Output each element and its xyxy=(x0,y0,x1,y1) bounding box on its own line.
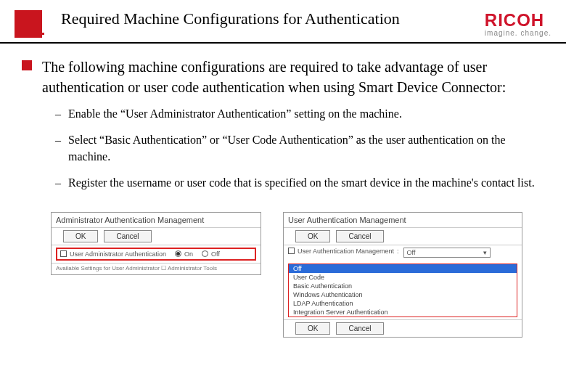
dash-icon: – xyxy=(55,106,61,122)
list-item: – Select “Basic Authentication” or “User… xyxy=(55,132,544,165)
screenshot-examples: Administrator Authentication Management … xyxy=(0,209,566,345)
dropdown-option[interactable]: LDAP Authentication xyxy=(289,299,517,308)
auth-select[interactable]: Off ▾ xyxy=(403,248,491,258)
setting-label-text: User Administrator Authentication xyxy=(70,250,166,258)
panel-footer-text: Available Settings for User Administrato… xyxy=(52,263,261,274)
page-title: Required Machine Configurations for Auth… xyxy=(61,7,477,29)
highlighted-setting: User Administrator Authentication On Off xyxy=(56,248,256,261)
main-bullet: The following machine configurations are… xyxy=(22,57,544,97)
radio-icon xyxy=(175,250,181,257)
slide-header: Required Machine Configurations for Auth… xyxy=(0,0,566,44)
list-item-text: Select “Basic Authentication” or “User C… xyxy=(68,132,544,165)
panel-button-row: OK Cancel xyxy=(52,227,261,245)
list-item-text: Register the username or user code that … xyxy=(68,175,535,191)
radio-icon xyxy=(202,250,208,257)
square-bullet-icon xyxy=(22,60,32,70)
chevron-down-icon: ▾ xyxy=(483,249,487,256)
setting-label: User Administrator Authentication xyxy=(60,250,166,258)
cancel-button[interactable]: Cancel xyxy=(336,230,383,242)
dropdown-option[interactable]: Windows Authentication xyxy=(289,290,517,299)
select-value: Off xyxy=(407,249,416,256)
user-auth-panel: User Authentication Management OK Cancel… xyxy=(283,212,522,338)
setting-label-text: User Authentication Management xyxy=(298,248,394,255)
radio-off-label: Off xyxy=(211,250,220,258)
radio-on-label: On xyxy=(184,250,193,258)
panel-setting-row: User Authentication Management : Off ▾ O… xyxy=(284,245,522,319)
checkbox-icon[interactable] xyxy=(288,248,295,254)
brand-logo: RICOH imagine. change. xyxy=(477,7,551,37)
radio-off[interactable]: Off xyxy=(202,250,220,258)
brand-square-icon xyxy=(15,10,42,38)
setting-label: User Authentication Management : xyxy=(288,248,399,255)
panel-title: User Authentication Management xyxy=(284,213,522,227)
list-item-text: Enable the “User Administrator Authentic… xyxy=(68,106,402,122)
ok-button[interactable]: OK xyxy=(295,322,330,335)
ok-button[interactable]: OK xyxy=(295,230,330,242)
main-text: The following machine configurations are… xyxy=(42,57,544,97)
slide-content: The following machine configurations are… xyxy=(0,44,566,209)
list-item: – Enable the “User Administrator Authent… xyxy=(55,106,544,122)
checkbox-icon[interactable] xyxy=(60,250,67,257)
admin-auth-panel: Administrator Authentication Management … xyxy=(51,212,261,275)
brand-tagline: imagine. change. xyxy=(485,29,551,37)
dash-icon: – xyxy=(55,132,61,148)
radio-on[interactable]: On xyxy=(175,250,193,258)
cancel-button[interactable]: Cancel xyxy=(104,230,151,242)
ok-button[interactable]: OK xyxy=(63,230,98,242)
panel-button-row: OK Cancel xyxy=(284,227,522,245)
sub-list: – Enable the “User Administrator Authent… xyxy=(22,106,544,192)
dropdown-option[interactable]: Off xyxy=(289,264,517,273)
dropdown-option[interactable]: Integration Server Authentication xyxy=(289,308,517,317)
panel-button-row: OK Cancel xyxy=(284,319,522,337)
panel-setting-row: User Administrator Authentication On Off xyxy=(52,245,261,263)
panel-title: Administrator Authentication Management xyxy=(52,213,261,227)
brand-name: RICOH xyxy=(485,10,551,30)
list-item: – Register the username or user code tha… xyxy=(55,175,544,191)
dash-icon: – xyxy=(55,175,61,191)
cancel-button[interactable]: Cancel xyxy=(336,322,383,335)
auth-dropdown: Off User Code Basic Authentication Windo… xyxy=(288,264,517,317)
dropdown-option[interactable]: User Code xyxy=(289,273,517,282)
dropdown-option[interactable]: Basic Authentication xyxy=(289,282,517,290)
